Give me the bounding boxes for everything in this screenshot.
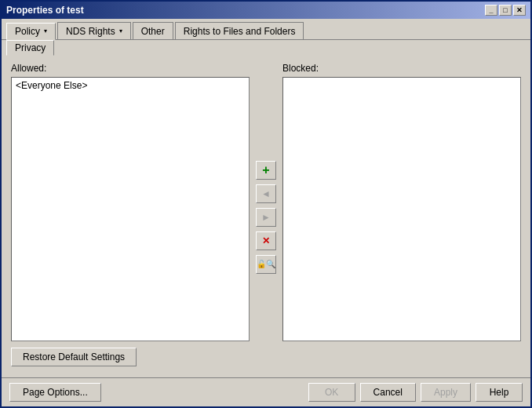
content-area: Allowed: <Everyone Else> + ◄ ► ✕ — [2, 55, 530, 377]
footer-right: OK Cancel Apply Help — [308, 383, 523, 402]
sub-tab-bar: Privacy — [2, 40, 530, 55]
blocked-section: Blocked: — [282, 63, 521, 341]
bottom-section: Restore Default Settings — [11, 341, 521, 370]
policy-dropdown-arrow: ▾ — [44, 27, 47, 35]
tab-sub-privacy-label: Privacy — [15, 42, 46, 53]
move-left-button[interactable]: ◄ — [256, 184, 276, 203]
help-button[interactable]: Help — [476, 383, 523, 402]
arrow-right-icon: ► — [261, 212, 271, 223]
tab-rights-files-folders-label: Rights to Files and Folders — [184, 26, 296, 37]
title-bar-controls: _ □ ✕ — [485, 5, 526, 16]
tab-sub-privacy[interactable]: Privacy — [6, 40, 54, 56]
tab-policy-label: Policy — [15, 26, 40, 37]
footer-left: Page Options... — [9, 383, 101, 402]
ok-button[interactable]: OK — [308, 383, 355, 402]
properties-window: Properties of test _ □ ✕ Policy ▾ NDS Ri… — [0, 0, 532, 408]
close-button[interactable]: ✕ — [513, 5, 526, 16]
lists-container: Allowed: <Everyone Else> + ◄ ► ✕ — [11, 63, 521, 341]
add-button[interactable]: + — [256, 161, 276, 180]
tab-nds-rights[interactable]: NDS Rights ▾ — [57, 22, 131, 39]
add-icon: + — [262, 163, 269, 177]
tab-other[interactable]: Other — [133, 22, 173, 39]
list-item-everyone-else[interactable]: <Everyone Else> — [13, 79, 247, 92]
restore-default-settings-button[interactable]: Restore Default Settings — [11, 348, 137, 366]
x-icon: ✕ — [262, 235, 270, 246]
middle-buttons: + ◄ ► ✕ 🔓🔍 — [250, 77, 282, 341]
title-bar: Properties of test _ □ ✕ — [2, 2, 530, 19]
arrow-left-icon: ◄ — [261, 188, 271, 199]
move-right-button[interactable]: ► — [256, 208, 276, 227]
blocked-list[interactable] — [282, 77, 521, 341]
tab-bar: Policy ▾ NDS Rights ▾ Other Rights to Fi… — [2, 19, 530, 40]
tab-policy[interactable]: Policy ▾ — [6, 23, 56, 40]
maximize-button[interactable]: □ — [499, 5, 512, 16]
allowed-section: Allowed: <Everyone Else> — [11, 63, 250, 341]
footer-bar: Page Options... OK Cancel Apply Help — [2, 377, 530, 406]
blocked-label: Blocked: — [282, 63, 521, 74]
tab-nds-rights-label: NDS Rights — [66, 26, 115, 37]
window-title: Properties of test — [6, 5, 84, 16]
page-options-button[interactable]: Page Options... — [9, 383, 101, 402]
apply-button[interactable]: Apply — [421, 383, 471, 402]
remove-button[interactable]: ✕ — [256, 231, 276, 250]
nds-rights-dropdown-arrow: ▾ — [119, 27, 122, 35]
tab-rights-files-folders[interactable]: Rights to Files and Folders — [175, 22, 304, 39]
minimize-button[interactable]: _ — [485, 5, 497, 16]
allowed-list[interactable]: <Everyone Else> — [11, 77, 250, 341]
allowed-label: Allowed: — [11, 63, 250, 74]
cancel-button[interactable]: Cancel — [360, 383, 416, 402]
lock-search-button[interactable]: 🔓🔍 — [256, 255, 276, 274]
lock-search-icon: 🔓🔍 — [257, 260, 275, 268]
tab-other-label: Other — [141, 26, 165, 37]
